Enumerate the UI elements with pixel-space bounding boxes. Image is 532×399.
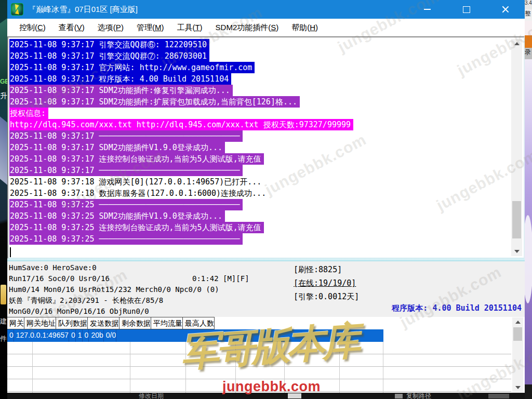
gateway-table-header: 网关网关地址队列数据发送数据剩余数据平均流量最高人数 (7, 317, 525, 329)
status-line: HumSave:0 HeroSave:0 (9, 262, 219, 273)
status-line: Run17/16 Soc0/0 Usr0/16 (9, 273, 219, 284)
scroll-up-button[interactable] (511, 39, 522, 48)
column-header[interactable]: 发送数据 (87, 317, 119, 329)
background-text-fragment: 建 (0, 317, 7, 326)
gateway-cell: 0 (69, 329, 76, 342)
background-image-strip (525, 59, 532, 384)
column-header[interactable]: 最高人数 (182, 317, 215, 329)
status-counters: HumSave:0 HeroSave:0Run17/16 Soc0/0 Usr0… (9, 262, 219, 317)
status-line: [刷怪:8825] (294, 263, 359, 277)
log-line: 2025-11-08 9:37:17 SDM2功能插件V1.9.0登录成功... (9, 142, 524, 153)
log-line: 2025-11-08 9:37:25 ─────────────────────… (9, 233, 524, 245)
gateway-cell: 0/0 (104, 329, 116, 342)
menu-item[interactable]: 工具(T) (172, 21, 207, 35)
status-panel: HumSave:0 HeroSave:0Run17/16 Soc0/0 Usr0… (7, 261, 525, 317)
maximize-icon (463, 6, 470, 13)
background-shape (525, 35, 532, 48)
column-header[interactable]: 网关 (7, 317, 24, 329)
window-title: 『巅峰冰雪』07日01区 [商业版] (28, 5, 138, 15)
column-header[interactable]: 网关地址 (24, 317, 56, 329)
background-shape (0, 113, 7, 188)
screenshot-root: GE 升 建 件 3.4 整 录 修改日期 复制路径 『巅峰冰雪』07日01区 … (0, 0, 532, 399)
menu-item[interactable]: SDM2功能插件(S) (211, 21, 284, 35)
menu-item[interactable]: 管理(M) (132, 21, 169, 35)
background-shape (525, 21, 532, 35)
menu-bar: 控制(C) 查看(V) 选项(P) 管理(M) 工具(T) SDM2功能插件(S… (7, 19, 525, 36)
status-uptime: 0:1:42 [M][F] (192, 273, 249, 284)
background-shape (488, 394, 509, 398)
gateway-row-selected[interactable]: 0127.0.0.1:4965701020b0/0 (7, 329, 383, 342)
chevron-down-icon (515, 386, 521, 389)
desktop-background-right: 3.4 整 录 (525, 0, 532, 399)
background-icon (395, 394, 403, 398)
gateway-cell: 20b (89, 329, 103, 342)
titlebar[interactable]: 『巅峰冰雪』07日01区 [商业版] (7, 0, 525, 19)
log-line: 2025-11-08 9:37:25 SDM2功能插件V1.9.0登录成功... (9, 210, 524, 222)
log-lines: 2025-11-08 9:37:17 引擎交流QQ群⑥: 122209510 2… (8, 37, 524, 245)
log-line: 2025-11-08 9:37:17 ─────────────────────… (9, 130, 524, 142)
menu-item[interactable]: 选项(P) (93, 21, 128, 35)
gateway-cell: 1 (76, 329, 83, 342)
status-line: Hum0/14 Mon0/16 UsrRot15/232 Merch0/0 Np… (9, 284, 219, 295)
log-scrollbar[interactable] (511, 39, 522, 256)
gateway-cell: 0 (7, 329, 14, 342)
scroll-down-button[interactable] (512, 383, 523, 392)
log-line: 2025-11-08 9:37:25 ─────────────────────… (9, 199, 524, 210)
log-line: 2025-11-08 9:37:17 引擎交流QQ群⑥: 122209510 (9, 39, 524, 50)
minimize-icon (424, 9, 431, 10)
scroll-up-button[interactable] (512, 317, 523, 327)
desktop-background-left: GE 升 建 件 (0, 0, 7, 399)
scrollbar-thumb[interactable] (512, 201, 521, 238)
background-text-fragment: GE (0, 78, 7, 85)
column-header[interactable]: 平均流量 (151, 317, 183, 329)
status-line: MonG0/0/16 MonP0/16/16 ObjRun0/0 (9, 306, 219, 317)
background-text-fragment: 件 (0, 334, 7, 343)
menu-item[interactable]: 控制(C) (15, 21, 50, 35)
gateway-cell: 0 (83, 329, 89, 342)
chevron-down-icon (514, 250, 520, 253)
status-line: [在线:19/19/0] (294, 277, 359, 290)
log-line: 2025-11-08 9:37:18 数据库服务器(127.0.0.1:6000… (9, 188, 524, 199)
log-line: 2025-11-08 9:37:18 游戏网关[0](127.0.0.1:496… (9, 176, 524, 188)
log-line: 2025-11-08 9:37:17 ─────────────────────… (9, 165, 524, 176)
log-line: 2025-11-08 9:37:17 SDM2功能插件:修复引擎漏洞成功... (9, 85, 524, 96)
background-text-fragment: 修改日期 (139, 393, 164, 399)
chevron-up-icon (514, 42, 520, 45)
minimize-button[interactable] (408, 0, 447, 19)
status-line: 妖兽『青铜级』2,203/291 - 长枪依在/85/8 (9, 295, 219, 306)
status-summary: [刷怪:8825][在线:19/19/0][引擎:0.0012天] (294, 263, 359, 304)
log-line: 2025-11-08 9:37:17 官方网站: http://www.game… (9, 62, 524, 73)
close-button[interactable] (486, 0, 525, 19)
log-line: 2025-11-08 9:37:17 SDM2功能插件:扩展背包加载成功,当前背… (9, 96, 524, 108)
log-line: 2025-11-08 9:37:17 引擎交流QQ群⑦: 286703001 (9, 50, 524, 62)
background-text-fragment: 复制路径 (406, 393, 431, 399)
background-text-fragment: 录 (525, 48, 532, 59)
menu-item[interactable]: 查看(V) (54, 21, 89, 35)
program-version: 程序版本: 4.00 Build 20151104 (392, 303, 522, 313)
app-icon (11, 3, 23, 16)
m2server-window: 『巅峰冰雪』07日01区 [商业版] 控制(C) 查看(V) 选项(P) 管理(… (7, 0, 525, 393)
table-scrollbar[interactable] (512, 317, 523, 392)
log-area[interactable]: 2025-11-08 9:37:17 引擎交流QQ群⑥: 122209510 2… (7, 36, 525, 259)
column-header[interactable]: 剩余数据 (119, 317, 151, 329)
folder-icon (1, 285, 6, 304)
background-shape (0, 16, 7, 98)
close-icon (502, 6, 509, 13)
text-caret (10, 247, 11, 257)
maximize-button[interactable] (447, 0, 486, 19)
gateway-cell: 127.0.0.1:49657 (14, 329, 69, 342)
scrollbar-thumb[interactable] (513, 327, 522, 341)
empty-grid-rows (7, 342, 511, 393)
log-line: 2025-11-08 9:37:17 程序版本: 4.00 Build 2015… (9, 73, 524, 85)
scroll-down-button[interactable] (511, 247, 522, 256)
menu-item[interactable]: 帮助(H) (287, 21, 323, 35)
desktop-background-bottom: 修改日期 复制路径 (7, 393, 525, 399)
column-header[interactable]: 队列数据 (56, 317, 88, 329)
status-line: [引擎:0.0012天] (294, 290, 359, 304)
background-text-fragment: 升 (0, 91, 7, 101)
log-line: http://dlq.945.com/xxx.txt http://dlq.94… (9, 119, 524, 130)
log-line: 2025-11-08 9:37:25 连接控制台验证成功,当前为5人测试版,请充… (9, 222, 524, 233)
background-text-fragment: 3.4 (525, 0, 532, 9)
background-text-fragment: 整 (525, 9, 532, 21)
window-controls (408, 0, 525, 19)
